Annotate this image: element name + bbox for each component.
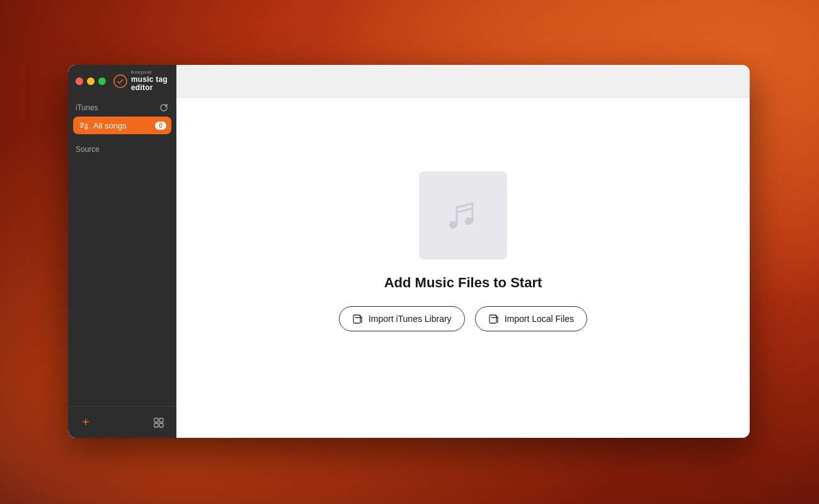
- add-button[interactable]: +: [77, 414, 94, 432]
- app-window: Keepvid music tag editor iTunes: [68, 65, 750, 438]
- svg-rect-10: [159, 423, 163, 427]
- svg-rect-3: [80, 127, 83, 127]
- grid-view-button[interactable]: [150, 414, 168, 432]
- source-section-label: Source: [76, 145, 100, 154]
- svg-rect-8: [159, 418, 163, 422]
- import-itunes-icon: [352, 313, 364, 324]
- svg-rect-7: [154, 418, 158, 422]
- all-songs-label: All songs: [93, 121, 150, 130]
- minimize-button[interactable]: [87, 77, 94, 85]
- svg-line-6: [86, 124, 88, 125]
- music-note-icon: [441, 193, 485, 238]
- logo-icon: [113, 74, 127, 88]
- itunes-section-header: iTunes: [73, 98, 171, 117]
- svg-rect-11: [353, 315, 360, 323]
- titlebar: Keepvid music tag editor: [68, 65, 176, 98]
- import-itunes-button[interactable]: Import iTunes Library: [339, 306, 465, 331]
- svg-rect-12: [490, 315, 496, 323]
- svg-rect-2: [80, 125, 84, 125]
- import-local-icon: [488, 313, 500, 324]
- svg-point-4: [85, 127, 88, 129]
- svg-rect-9: [154, 423, 158, 427]
- refresh-icon[interactable]: [159, 103, 169, 113]
- app-logo: Keepvid music tag editor: [113, 70, 169, 92]
- empty-state-title: Add Music Files to Start: [384, 275, 542, 291]
- sidebar: Keepvid music tag editor iTunes: [68, 65, 176, 438]
- itunes-section-label: iTunes: [76, 103, 98, 112]
- sidebar-content: iTunes: [68, 98, 176, 406]
- svg-point-0: [114, 75, 127, 88]
- music-list-icon: [78, 120, 88, 130]
- source-section-header: Source: [73, 135, 171, 158]
- app-name-container: Keepvid music tag editor: [131, 70, 169, 92]
- close-button[interactable]: [76, 77, 83, 85]
- maximize-button[interactable]: [98, 77, 106, 85]
- sidebar-footer: +: [68, 406, 176, 438]
- import-local-button[interactable]: Import Local Files: [475, 306, 587, 331]
- all-songs-badge: 0: [155, 122, 166, 130]
- traffic-lights: [76, 77, 106, 85]
- import-local-label: Import Local Files: [505, 314, 574, 324]
- album-art-placeholder: [419, 171, 507, 260]
- empty-state-buttons: Import iTunes Library Import Local Files: [339, 306, 587, 331]
- import-itunes-label: Import iTunes Library: [369, 314, 452, 324]
- svg-rect-1: [80, 123, 84, 123]
- empty-state: Add Music Files to Start Import iTunes L…: [339, 171, 587, 331]
- app-title-label: music tag editor: [131, 76, 169, 92]
- sidebar-item-all-songs[interactable]: All songs 0: [73, 117, 171, 134]
- main-content: Add Music Files to Start Import iTunes L…: [176, 65, 750, 438]
- window-header-bar: [176, 65, 750, 98]
